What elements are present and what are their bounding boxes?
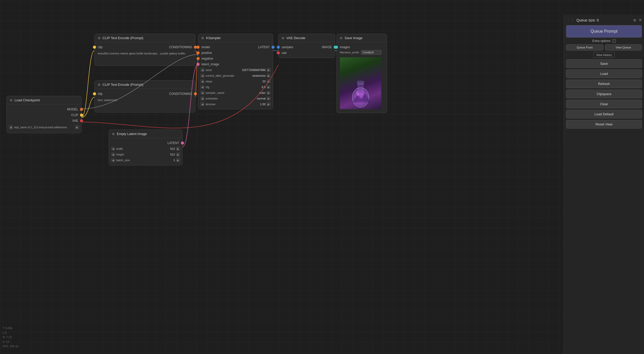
port-images-in[interactable] bbox=[335, 46, 338, 49]
load-button[interactable]: Load bbox=[566, 69, 642, 78]
port-label-clip1-out: CONDITIONING bbox=[166, 45, 195, 49]
clear-button[interactable]: Clear bbox=[566, 100, 642, 108]
clip2-text[interactable]: text, watermark bbox=[98, 98, 192, 109]
width-arrow-right[interactable]: ▶ bbox=[176, 147, 180, 151]
node-save-image: Save Image images filename_prefix bbox=[336, 34, 387, 113]
sampler-value: euler bbox=[259, 91, 266, 94]
port-label-latent-out: LATENT bbox=[164, 141, 182, 145]
port-label-model: MODEL bbox=[64, 108, 81, 111]
batch-arrow-right[interactable]: ▶ bbox=[176, 158, 180, 162]
port-negative-in[interactable] bbox=[196, 57, 200, 60]
extra-options-label: Extra options bbox=[592, 39, 610, 43]
field-row-sampler: ◀ sampler_name euler ▶ bbox=[198, 90, 273, 96]
seed-label: seed bbox=[206, 68, 241, 72]
port-model-in[interactable] bbox=[196, 46, 200, 49]
width-label: width bbox=[116, 147, 169, 150]
denoise-arrow-left[interactable]: ◀ bbox=[200, 102, 204, 106]
control-arrow-right[interactable]: ▶ bbox=[267, 74, 271, 78]
cfg-value: 8.0 bbox=[262, 86, 266, 89]
port-label-vae-in: vae bbox=[279, 51, 290, 55]
close-button[interactable]: ✕ bbox=[639, 18, 642, 23]
node-title-save: Save Image bbox=[345, 36, 362, 40]
batch-value: 1 bbox=[173, 159, 175, 162]
denoise-arrow-right[interactable]: ▶ bbox=[267, 102, 271, 106]
port-row-latent-in: latent_image bbox=[198, 61, 273, 67]
node-ksampler: KSampler model LATENT positive negative … bbox=[198, 34, 273, 109]
port-latent-out[interactable] bbox=[181, 141, 184, 145]
extra-options-row: Extra options bbox=[566, 39, 642, 43]
port-vae-in[interactable] bbox=[277, 51, 280, 54]
control-arrow-left[interactable]: ◀ bbox=[200, 74, 204, 78]
scheduler-arrow-right[interactable]: ▶ bbox=[267, 96, 271, 101]
refresh-button[interactable]: Refresh bbox=[566, 80, 642, 88]
port-row-images-in: images bbox=[337, 44, 387, 50]
ckpt-arrow-left[interactable]: ◀ bbox=[9, 125, 13, 129]
scheduler-label: scheduler bbox=[206, 97, 256, 100]
save-button[interactable]: Save bbox=[566, 59, 642, 68]
sidebar-title: ⋮⋮ Queue size: 0 bbox=[566, 18, 599, 23]
port-row-negative: negative bbox=[198, 56, 273, 61]
port-row-clip2-in: clip CONDITIONING bbox=[95, 91, 195, 97]
control-value: randomize bbox=[252, 74, 266, 77]
seed-arrow-left[interactable]: ◀ bbox=[200, 68, 204, 72]
sampler-arrow-right[interactable]: ▶ bbox=[267, 91, 271, 95]
clipspace-button[interactable]: Clipspace bbox=[566, 90, 642, 98]
queue-row: Queue Front View Queue bbox=[566, 44, 642, 51]
field-row-width: ◀ width 512 ▶ bbox=[109, 146, 182, 152]
port-row-clip: CLIP bbox=[7, 112, 81, 118]
control-label: control_after_generate bbox=[206, 74, 251, 77]
port-clip2-in[interactable] bbox=[93, 92, 96, 95]
height-arrow-right[interactable]: ▶ bbox=[176, 152, 180, 157]
steps-arrow-right[interactable]: ▶ bbox=[267, 79, 271, 83]
sampler-arrow-left[interactable]: ◀ bbox=[200, 91, 204, 95]
cfg-arrow-right[interactable]: ▶ bbox=[267, 85, 271, 89]
batch-arrow-left[interactable]: ◀ bbox=[111, 158, 115, 162]
port-row-positive: positive bbox=[198, 50, 273, 56]
port-clip2-out[interactable] bbox=[194, 92, 197, 95]
port-label-images-in: images bbox=[337, 45, 353, 49]
node-dot-save bbox=[340, 37, 342, 39]
steps-value: 20 bbox=[262, 80, 266, 83]
ckpt-arrow-right[interactable]: ▶ bbox=[75, 125, 79, 129]
node-vae-decode: VAE Decode samples IMAGE vae bbox=[278, 34, 335, 58]
seed-value: 155772096687886 bbox=[242, 68, 266, 72]
node-empty-latent: Empty Latent Image LATENT ◀ width 512 ▶ … bbox=[109, 130, 182, 165]
queue-prompt-button[interactable]: Queue Prompt bbox=[566, 25, 642, 38]
port-samples-in[interactable] bbox=[277, 46, 280, 49]
node-header-clip1: CLIP Text Encode (Prompt) bbox=[95, 34, 195, 42]
view-history-button[interactable]: View History bbox=[593, 52, 615, 58]
port-positive-in[interactable] bbox=[196, 51, 200, 54]
port-model-out[interactable] bbox=[80, 108, 83, 111]
field-row-height: ◀ height 512 ▶ bbox=[109, 152, 182, 157]
seed-arrow-right[interactable]: ▶ bbox=[267, 68, 271, 72]
port-row-clip1-in: clip CONDITIONING bbox=[95, 44, 195, 50]
load-default-button[interactable]: Load Default bbox=[566, 110, 642, 118]
queue-front-button[interactable]: Queue Front bbox=[566, 44, 603, 51]
reset-view-button[interactable]: Reset View bbox=[566, 120, 642, 129]
stat-nodes: N: 7 [7] bbox=[3, 335, 18, 340]
width-arrow-left[interactable]: ◀ bbox=[111, 147, 115, 151]
node-dot-clip2 bbox=[98, 83, 100, 86]
node-body-latent: LATENT ◀ width 512 ▶ ◀ height 512 ▶ ◀ ba… bbox=[109, 138, 182, 165]
port-vae-out[interactable] bbox=[80, 119, 83, 122]
node-load-checkpoint: Load Checkpoint MODEL CLIP VAE ◀ ckpt_na… bbox=[6, 96, 82, 133]
settings-button[interactable]: ⚙ bbox=[633, 18, 636, 22]
port-clip-out[interactable] bbox=[80, 114, 83, 117]
height-arrow-left[interactable]: ◀ bbox=[111, 152, 115, 157]
view-queue-button[interactable]: View Queue bbox=[605, 44, 642, 51]
steps-arrow-left[interactable]: ◀ bbox=[200, 79, 204, 83]
scheduler-arrow-left[interactable]: ◀ bbox=[200, 96, 204, 101]
extra-options-checkbox[interactable] bbox=[612, 39, 616, 43]
port-label-negative: negative bbox=[198, 57, 216, 60]
filename-input[interactable] bbox=[361, 50, 382, 55]
port-latent-in[interactable] bbox=[196, 63, 200, 66]
clip1-text[interactable]: beautiful scenery nature glass bottle la… bbox=[98, 52, 192, 62]
sidebar-icons: ⚙ ✕ bbox=[633, 18, 642, 23]
port-label-samples: samples bbox=[279, 45, 296, 49]
cfg-arrow-left[interactable]: ◀ bbox=[200, 85, 204, 89]
port-label-model-in: model bbox=[198, 45, 213, 49]
node-dot-latent bbox=[112, 133, 115, 135]
port-clip1-in[interactable] bbox=[93, 46, 96, 49]
port-ksampler-out[interactable] bbox=[272, 46, 275, 49]
sampler-label: sampler_name bbox=[206, 91, 258, 94]
